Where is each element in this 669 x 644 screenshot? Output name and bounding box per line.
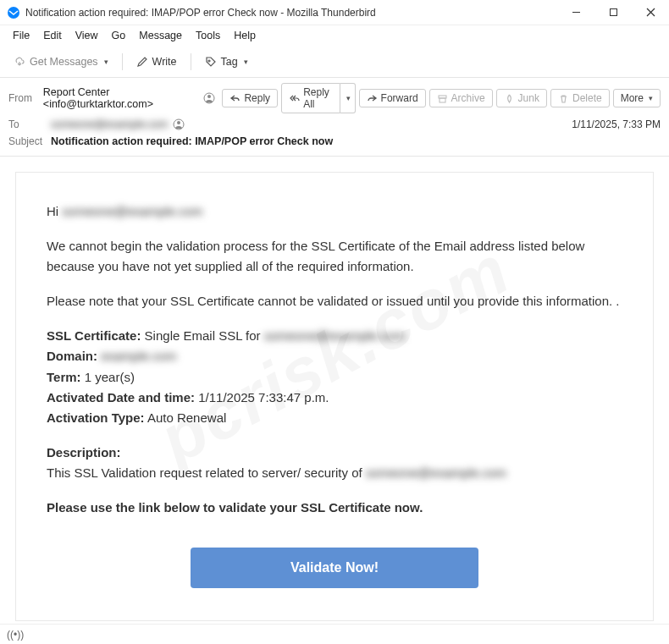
archive-button[interactable]: Archive [429, 89, 493, 107]
separator [122, 53, 123, 70]
menu-go[interactable]: Go [106, 28, 132, 43]
junk-button[interactable]: Junk [496, 89, 547, 107]
window-titlebar: Notification action required: IMAP/POP e… [0, 0, 669, 25]
more-button[interactable]: More ▾ [613, 89, 661, 107]
flame-icon [504, 93, 515, 104]
write-button[interactable]: Write [130, 52, 184, 71]
to-label: To [8, 118, 44, 130]
chevron-down-icon: ▾ [104, 58, 108, 66]
archive-icon [437, 93, 448, 104]
message-body-container: Hi someone@example.com We cannot begin t… [0, 157, 669, 636]
menu-view[interactable]: View [69, 28, 104, 43]
description-block: Description: This SSL Validation request… [47, 443, 622, 482]
forward-button[interactable]: Forward [359, 89, 426, 107]
tag-button[interactable]: Tag ▾ [198, 52, 255, 71]
menubar: File Edit View Go Message Tools Help [0, 25, 669, 46]
chevron-down-icon: ▾ [244, 58, 248, 66]
separator [191, 53, 191, 70]
sync-icon: ((•)) [7, 629, 24, 641]
validate-now-button[interactable]: Validate Now! [191, 548, 478, 588]
message-date: 1/11/2025, 7:33 PM [572, 118, 661, 130]
paragraph-2: Please note that your SSL Certificate ca… [47, 291, 622, 311]
cloud-download-icon [14, 56, 25, 68]
svg-rect-8 [440, 98, 445, 102]
cta-text: Please use the link below to validate yo… [47, 500, 423, 515]
svg-rect-2 [610, 9, 616, 16]
reply-all-menu[interactable]: ▾ [340, 83, 356, 113]
from-value: Report Center <info@turktarktor.com> [43, 86, 216, 110]
contact-icon[interactable] [203, 92, 215, 104]
reply-all-button[interactable]: Reply All [281, 83, 340, 113]
window-title: Notification action required: IMAP/POP e… [25, 7, 557, 19]
menu-file[interactable]: File [7, 28, 36, 43]
reply-all-icon [289, 93, 300, 104]
svg-point-6 [207, 95, 211, 98]
window-close-button[interactable] [632, 0, 669, 25]
window-maximize-button[interactable] [594, 0, 632, 25]
delete-button[interactable]: Delete [550, 89, 610, 107]
from-label: From [8, 92, 40, 104]
tag-icon [205, 56, 217, 68]
window-minimize-button[interactable] [557, 0, 594, 25]
get-messages-button[interactable]: Get Messages ▾ [7, 52, 115, 71]
contact-icon[interactable] [173, 118, 185, 130]
certificate-fields: SSL Certificate: Single Email SSL for so… [47, 326, 622, 427]
pencil-icon [136, 56, 148, 68]
svg-point-0 [8, 7, 19, 19]
greeting: Hi someone@example.com [47, 201, 622, 221]
trash-icon [558, 93, 569, 104]
main-toolbar: Get Messages ▾ Write Tag ▾ [0, 46, 669, 78]
to-value: someone@example.com [51, 118, 185, 130]
menu-message[interactable]: Message [133, 28, 188, 43]
message-header: From Report Center <info@turktarktor.com… [0, 78, 669, 157]
svg-point-10 [177, 121, 180, 124]
forward-icon [367, 93, 378, 104]
menu-edit[interactable]: Edit [37, 28, 68, 43]
menu-tools[interactable]: Tools [190, 28, 226, 43]
paragraph-1: We cannot begin the validation process f… [47, 236, 622, 276]
reply-button[interactable]: Reply [222, 89, 278, 107]
statusbar: ((•)) [0, 624, 669, 644]
subject-label: Subject [8, 135, 44, 147]
reply-icon [229, 93, 241, 104]
thunderbird-icon [7, 6, 20, 19]
menu-help[interactable]: Help [228, 28, 262, 43]
email-content: Hi someone@example.com We cannot begin t… [15, 172, 654, 621]
subject-value: Notification action required: IMAP/POP e… [51, 135, 333, 147]
